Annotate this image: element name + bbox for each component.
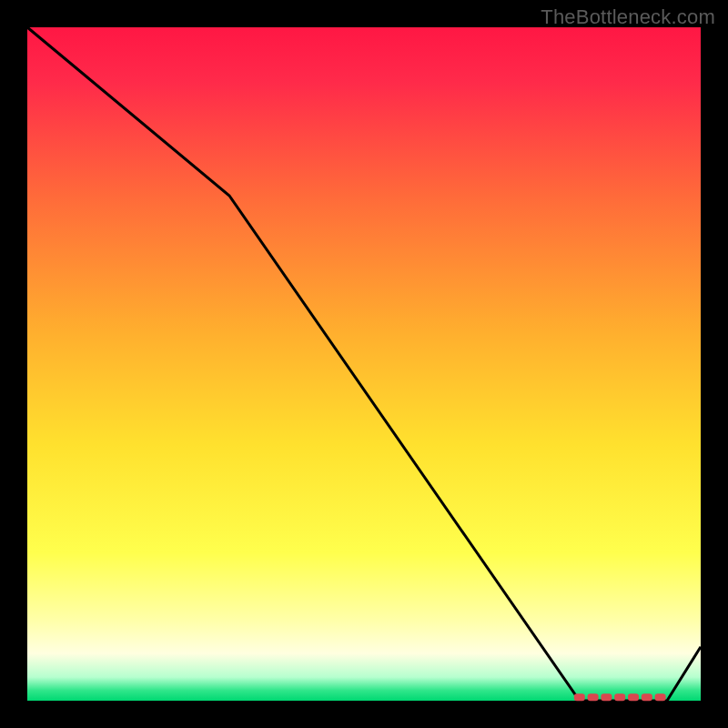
marker-dot — [628, 693, 639, 701]
bottleneck-chart: TheBottleneck.com — [0, 0, 728, 728]
marker-dot — [614, 693, 625, 701]
chart-svg — [0, 0, 728, 728]
marker-dot — [642, 693, 652, 701]
plot-area — [27, 27, 701, 701]
marker-dot — [574, 693, 585, 701]
watermark-text: TheBottleneck.com — [541, 5, 715, 29]
marker-dot — [655, 693, 666, 701]
marker-dot — [588, 693, 599, 701]
marker-dot — [601, 693, 612, 701]
